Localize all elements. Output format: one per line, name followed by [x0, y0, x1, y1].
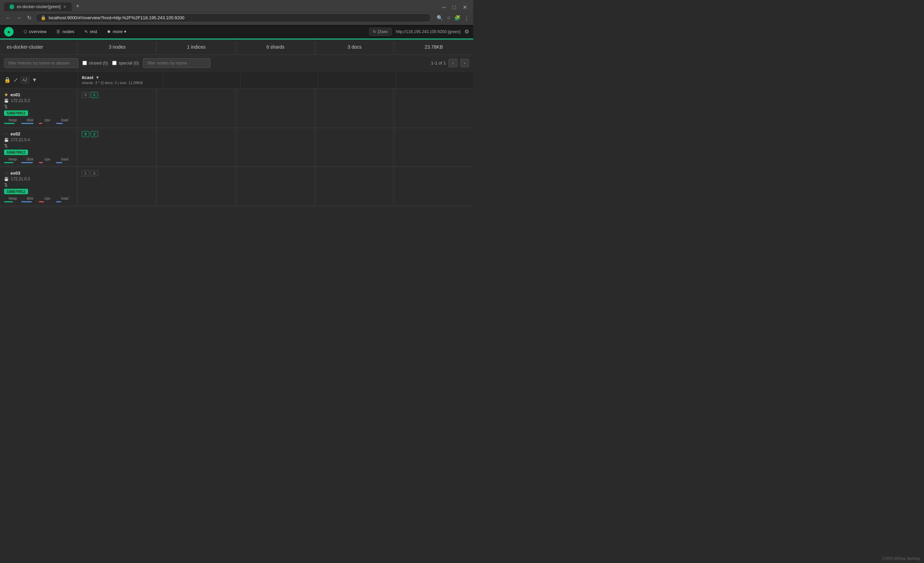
filter-indices-input[interactable] [4, 58, 78, 68]
disk-icon-es02: 💾 [4, 138, 9, 142]
tab-bar: es-docker-cluster[green] ✕ + ─ □ ✕ [0, 0, 473, 11]
app: ● ⬡ overview ☰ nodes ✎ rest ✱ more ▾ ↻ 1… [0, 25, 473, 206]
metric-disk-label-es03: disk [21, 196, 39, 200]
node-row-es01: ★ es01 💾 172.21.0.2 ⇅ 536870912 heap [0, 88, 473, 128]
shard-badge-0-unassigned-es01[interactable]: 0 [82, 92, 89, 98]
metric-load-es01: load [56, 118, 74, 124]
master-star-es01: ★ [4, 92, 9, 97]
disk-icon-es01: 💾 [4, 99, 9, 103]
index-name-text: itcast [82, 75, 93, 80]
metric-load-bar-es01 [56, 123, 63, 124]
stat-shards[interactable]: 6 shards [236, 39, 315, 54]
extensions-icon[interactable]: 🧩 [454, 15, 460, 21]
nav-more-label: more ▾ [112, 29, 126, 34]
app-header: ● ⬡ overview ☰ nodes ✎ rest ✱ more ▾ ↻ 1… [0, 25, 473, 39]
bookmark-star-icon[interactable]: ☆ [447, 15, 451, 21]
prev-page-button[interactable]: ‹ [448, 59, 457, 67]
node-row-es03: ☆ es03 💾 172.21.0.3 ⇅ 536870912 heap [0, 167, 473, 206]
address-bar[interactable]: 🔒 localhost:9000/#!/overview?host=http:%… [36, 13, 431, 22]
node-name-es02: es02 [10, 131, 20, 136]
filter-nodes-input[interactable] [143, 58, 210, 68]
node-id-badge-es01: 536870912 [4, 111, 28, 116]
node-info-es03: ☆ es03 💾 172.21.0.3 ⇅ 536870912 heap [0, 167, 78, 206]
browser-toolbar-icons: 🔍 ☆ 🧩 ⋮ [436, 15, 469, 21]
special-checkbox-label[interactable]: special (0) [112, 60, 139, 66]
back-button[interactable]: ← [4, 13, 12, 22]
shard-cell-es01-empty2 [157, 88, 236, 127]
stat-docs[interactable]: 3 docs [315, 39, 394, 54]
refresh-button[interactable]: ↻ 15sec [369, 28, 392, 36]
node-info-es02: ☆ es02 💾 172.21.0.4 ⇅ 536870912 heap [0, 128, 78, 166]
shard-cell-es02-empty5 [394, 128, 473, 166]
metric-heap-label-es02: heap [4, 157, 21, 161]
search-icon[interactable]: 🔍 [436, 15, 443, 21]
metric-cpu-bar-es03 [39, 201, 44, 202]
overview-icon: ⬡ [24, 29, 27, 34]
closed-checkbox-label[interactable]: closed (0) [82, 60, 108, 66]
browser-tab-active[interactable]: es-docker-cluster[green] ✕ [4, 2, 72, 11]
nav-item-overview[interactable]: ⬡ overview [19, 26, 51, 37]
node-id-badge-es02: 536870912 [4, 150, 28, 155]
metric-load-label-es03: load [56, 196, 74, 200]
metric-load-label-es01: load [56, 118, 74, 122]
nav-item-nodes[interactable]: ☰ nodes [52, 26, 79, 37]
stats-bar: es-docker-cluster 3 nodes 1 indices 6 sh… [0, 39, 473, 55]
shard-cell-es02-index: 0 2 [78, 128, 157, 166]
filter-bar: closed (0) special (0) 1-1 of 1 ‹ › [0, 55, 473, 72]
stat-indices[interactable]: 1 indices [157, 39, 236, 54]
tab-close-button[interactable]: ✕ [63, 5, 66, 9]
node-ip-es01: 172.21.0.2 [11, 98, 30, 103]
grid-container: 🔒 ⤢ AZ ▼ itcast ▼ shards: 3 * 2| docs: 3… [0, 72, 473, 206]
lock-header-icon[interactable]: 🔒 [4, 77, 11, 83]
maximize-button[interactable]: □ [450, 3, 458, 11]
app-logo: ● [4, 27, 14, 36]
nav-item-rest[interactable]: ✎ rest [80, 26, 102, 37]
stat-size[interactable]: 23.78KB [394, 39, 473, 54]
index-dropdown-icon[interactable]: ▼ [95, 75, 100, 80]
minimize-button[interactable]: ─ [440, 3, 448, 11]
metric-disk-bar-es02 [21, 162, 33, 163]
metric-heap-label-es01: heap [4, 118, 21, 122]
index-stats: shards: 3 * 2| docs: 3 | size: 11.89KB [82, 81, 159, 85]
sort-az-icon[interactable]: AZ [21, 77, 29, 84]
shard-cell-es01-empty5 [394, 88, 473, 127]
metric-cpu-bar-es01 [39, 123, 42, 124]
sort-dropdown-icon[interactable]: ▼ [32, 77, 37, 83]
settings-icon[interactable]: ⚙ [464, 28, 469, 35]
close-window-button[interactable]: ✕ [460, 3, 469, 11]
nav-item-more[interactable]: ✱ more ▾ [102, 26, 131, 37]
node-ip-row-es03: 💾 172.21.0.3 [4, 177, 74, 181]
grid-header-index-col: itcast ▼ shards: 3 * 2| docs: 3 | size: … [78, 72, 163, 88]
stat-nodes[interactable]: 3 nodes [78, 39, 157, 54]
expand-header-icon[interactable]: ⤢ [14, 77, 18, 83]
grid-header-empty-4 [396, 72, 473, 88]
shard-badge-1-primary-es01[interactable]: 1 [91, 92, 98, 98]
shard-badge-0-primary-es02[interactable]: 0 [82, 131, 89, 137]
index-name: itcast ▼ [82, 75, 159, 80]
metric-load-es02: load [56, 157, 74, 163]
shard-cell-es03-empty3 [236, 167, 315, 206]
closed-checkbox[interactable] [82, 61, 87, 65]
node-name-row-es03: ☆ es03 [4, 170, 74, 176]
special-checkbox[interactable] [112, 61, 117, 65]
new-tab-button[interactable]: + [73, 1, 82, 11]
menu-icon[interactable]: ⋮ [464, 15, 469, 21]
shard-badge-2-primary-es02[interactable]: 2 [91, 131, 98, 137]
reload-button[interactable]: ↻ [26, 13, 33, 22]
metric-heap-bar-es03 [4, 201, 13, 202]
shard-badge-2-unassigned-es03[interactable]: 2 [91, 170, 98, 176]
next-page-button[interactable]: › [460, 59, 469, 67]
node-name-row-es02: ☆ es02 [4, 131, 74, 136]
pagination-text: 1-1 of 1 [431, 60, 446, 66]
metric-load-es03: load [56, 196, 74, 202]
nodes-icon: ☰ [57, 29, 60, 34]
node-id-badge-es03: 536870912 [4, 189, 28, 194]
metric-disk-bar-es01 [21, 123, 33, 124]
shard-badge-1-unassigned-es03[interactable]: 1 [82, 170, 89, 176]
node-transfer-row-es02: ⇅ [4, 143, 74, 148]
star-icon-es02: ☆ [4, 131, 9, 136]
nav-items: ⬡ overview ☰ nodes ✎ rest ✱ more ▾ [19, 26, 369, 37]
pagination-info: 1-1 of 1 ‹ › [431, 59, 469, 67]
forward-button[interactable]: → [15, 13, 23, 22]
url-text: localhost:9000/#!/overview?host=http:%2F… [49, 15, 426, 20]
